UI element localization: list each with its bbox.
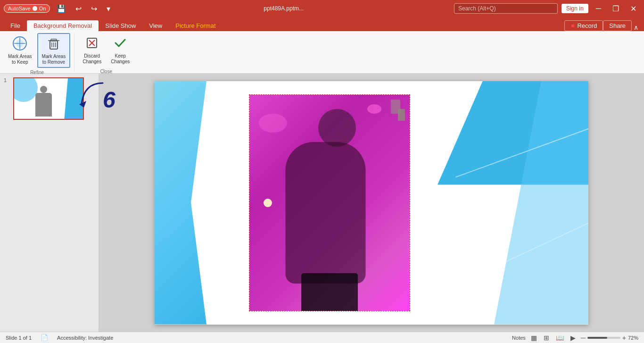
- status-right: Notes ▦ ⊞ 📖 ▶ ─ + 72%: [512, 334, 638, 342]
- notes-label: Notes: [512, 335, 526, 341]
- discard-changes-icon: [84, 35, 99, 52]
- discard-changes-label: DiscardChanges: [83, 53, 101, 65]
- thumb-deco-2: [64, 78, 83, 120]
- slide-number: 1: [4, 77, 10, 83]
- ribbon-group-refine: Mark Areasto Keep Mark Areasto Rem: [0, 33, 74, 71]
- tab-view[interactable]: View: [142, 20, 169, 31]
- tab-file[interactable]: File: [4, 20, 27, 31]
- slide-sorter-button[interactable]: ⊞: [542, 334, 551, 342]
- minimize-button[interactable]: ─: [592, 3, 605, 14]
- undo-button[interactable]: ↩: [73, 3, 84, 14]
- ribbon-group-refine-buttons: Mark Areasto Keep Mark Areasto Rem: [4, 33, 70, 68]
- slide-canvas: [155, 81, 588, 325]
- zoom-level: 72%: [628, 335, 638, 341]
- share-button[interactable]: Share: [603, 20, 632, 31]
- save-button[interactable]: 💾: [54, 3, 69, 14]
- file-title: ppt489A.pptm...: [117, 5, 450, 12]
- slide-panel[interactable]: 1: [0, 74, 99, 332]
- canvas-area: [99, 74, 644, 332]
- discard-changes-button[interactable]: DiscardChanges: [78, 33, 106, 67]
- slide-thumb-inner: [14, 78, 83, 119]
- autosave-toggle-dot: [33, 6, 37, 11]
- reading-view-button[interactable]: 📖: [554, 334, 565, 342]
- bg-removed-image[interactable]: [249, 94, 410, 311]
- img-highlight-4: [398, 109, 405, 121]
- mark-remove-icon: [46, 36, 61, 53]
- bg-removed-image-inner: [249, 95, 410, 311]
- keep-changes-icon: [113, 35, 128, 52]
- collapse-ribbon-button[interactable]: ∧: [632, 24, 640, 31]
- img-bottom-dark: [301, 273, 358, 311]
- autosave-state: On: [39, 6, 46, 11]
- zoom-control: ─ + 72%: [581, 334, 638, 342]
- normal-view-button[interactable]: ▦: [529, 334, 538, 342]
- mark-keep-icon: [12, 36, 27, 53]
- thumb-person-body: [35, 93, 52, 117]
- ribbon-content: Mark Areasto Keep Mark Areasto Rem: [0, 31, 644, 74]
- tab-slide-show[interactable]: Slide Show: [99, 20, 142, 31]
- search-input[interactable]: [454, 3, 558, 14]
- zoom-slider-fill: [587, 337, 607, 339]
- keep-changes-label: KeepChanges: [111, 53, 130, 65]
- sign-in-button[interactable]: Sign in: [561, 4, 588, 13]
- title-bar: AutoSave On 💾 ↩ ↪ ▾ ppt489A.pptm... Sign…: [0, 0, 644, 17]
- tab-background-removal[interactable]: Background Removal: [27, 20, 99, 31]
- img-highlight-2: [367, 104, 381, 114]
- person-body: [286, 142, 366, 284]
- img-highlight-1: [259, 114, 287, 133]
- mark-keep-label: Mark Areasto Keep: [8, 54, 32, 65]
- img-bright-spot: [264, 199, 272, 207]
- status-bar: Slide 1 of 1 📄 Accessibility: Investigat…: [0, 332, 644, 343]
- restore-button[interactable]: ❐: [609, 3, 623, 14]
- ribbon-tabs: File Background Removal Slide Show View …: [0, 17, 644, 31]
- record-label: Record: [577, 22, 597, 29]
- ribbon-wrapper: Mark Areasto Keep Mark Areasto Rem: [0, 31, 644, 74]
- slide-info: Slide 1 of 1: [6, 335, 32, 341]
- ribbon-group-close: DiscardChanges KeepChanges Close: [74, 33, 138, 71]
- mark-remove-button[interactable]: Mark Areasto Remove: [37, 33, 71, 68]
- zoom-in-button[interactable]: +: [622, 334, 626, 342]
- customize-button[interactable]: ▾: [104, 3, 113, 14]
- slide-thumbnail[interactable]: [13, 77, 84, 120]
- share-label: Share: [609, 22, 626, 29]
- accessibility-status: Accessibility: Investigate: [57, 335, 113, 341]
- tab-picture-format[interactable]: Picture Format: [169, 20, 222, 31]
- title-right: Sign in ─ ❐ ✕: [454, 3, 640, 14]
- thumb-deco-1: [13, 77, 38, 102]
- autosave-toggle[interactable]: AutoSave On: [4, 4, 50, 13]
- refine-group-label: Refine: [30, 70, 44, 75]
- slide-item: 1: [4, 77, 95, 120]
- record-button[interactable]: ⏺ Record: [564, 20, 603, 31]
- slide-bg-right: [438, 81, 588, 325]
- person-head: [318, 109, 356, 147]
- ribbon-group-close-buttons: DiscardChanges KeepChanges: [78, 33, 134, 67]
- zoom-out-button[interactable]: ─: [581, 334, 586, 342]
- thumb-person-head: [40, 86, 47, 93]
- notes-panel-button[interactable]: 📄: [39, 334, 50, 341]
- mark-remove-label: Mark Areasto Remove: [42, 54, 66, 65]
- redo-button[interactable]: ↪: [88, 3, 100, 14]
- close-button[interactable]: ✕: [627, 3, 640, 14]
- autosave-label: AutoSave: [8, 6, 31, 11]
- keep-changes-button[interactable]: KeepChanges: [107, 33, 134, 67]
- mark-keep-button[interactable]: Mark Areasto Keep: [4, 33, 36, 67]
- slide-bg-left: [155, 81, 206, 325]
- slideshow-button[interactable]: ▶: [569, 334, 577, 342]
- zoom-slider[interactable]: [587, 337, 620, 339]
- main-area: 1: [0, 74, 644, 332]
